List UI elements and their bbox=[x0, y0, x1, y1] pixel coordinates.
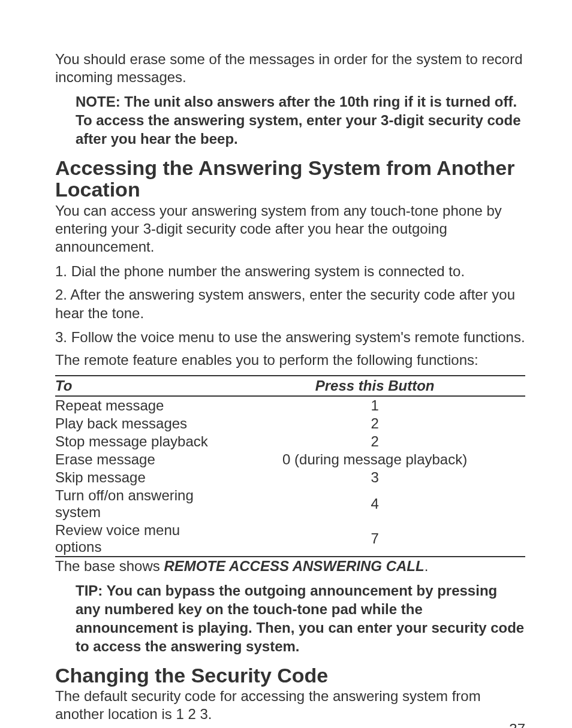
note-block: NOTE: The unit also answers after the 10… bbox=[76, 92, 525, 149]
section1-paragraph1: You can access your answering system fro… bbox=[55, 202, 525, 256]
table-cell-to: Repeat message bbox=[55, 396, 224, 415]
after-table-post: . bbox=[425, 558, 429, 574]
table-header-to: To bbox=[55, 376, 224, 396]
table-cell-btn: 7 bbox=[224, 521, 525, 557]
step-3: 3. Follow the voice menu to use the answ… bbox=[55, 328, 525, 346]
table-row: Erase message 0 (during message playback… bbox=[55, 451, 525, 469]
table-row: Play back messages 2 bbox=[55, 415, 525, 433]
section-heading-changing: Changing the Security Code bbox=[55, 664, 525, 687]
table-cell-to: Erase message bbox=[55, 451, 224, 469]
after-table-pre: The base shows bbox=[55, 558, 164, 574]
table-cell-btn: 1 bbox=[224, 396, 525, 415]
table-header-button: Press this Button bbox=[224, 376, 525, 396]
remote-functions-table: To Press this Button Repeat message 1 Pl… bbox=[55, 375, 525, 557]
after-table-line: The base shows REMOTE ACCESS ANSWERING C… bbox=[55, 557, 525, 575]
table-cell-to: Turn off/on answering system bbox=[55, 487, 224, 521]
table-cell-btn: 0 (during message playback) bbox=[224, 451, 525, 469]
table-row: Turn off/on answering system 4 bbox=[55, 487, 525, 521]
step-2: 2. After the answering system answers, e… bbox=[55, 285, 525, 322]
tip-block: TIP: You can bypass the outgoing announc… bbox=[76, 581, 525, 656]
table-cell-btn: 2 bbox=[224, 433, 525, 451]
table-row: Stop message playback 2 bbox=[55, 433, 525, 451]
table-cell-to: Skip message bbox=[55, 469, 224, 487]
section-heading-accessing: Accessing the Answering System from Anot… bbox=[55, 157, 525, 201]
section1-paragraph2: The remote feature enables you to perfor… bbox=[55, 351, 525, 369]
after-table-bold: REMOTE ACCESS ANSWERING CALL bbox=[164, 558, 424, 574]
step-1: 1. Dial the phone number the answering s… bbox=[55, 262, 525, 280]
table-row: Repeat message 1 bbox=[55, 396, 525, 415]
section2-paragraph1: The default security code for accessing … bbox=[55, 687, 525, 723]
table-row: Review voice menu options 7 bbox=[55, 521, 525, 557]
table-cell-to: Review voice menu options bbox=[55, 521, 224, 557]
table-cell-btn: 2 bbox=[224, 415, 525, 433]
table-cell-to: Play back messages bbox=[55, 415, 224, 433]
intro-paragraph: You should erase some of the messages in… bbox=[55, 50, 525, 86]
table-cell-to: Stop message playback bbox=[55, 433, 224, 451]
table-row: Skip message 3 bbox=[55, 469, 525, 487]
table-cell-btn: 3 bbox=[224, 469, 525, 487]
page-number: 37 bbox=[509, 721, 525, 728]
table-cell-btn: 4 bbox=[224, 487, 525, 521]
